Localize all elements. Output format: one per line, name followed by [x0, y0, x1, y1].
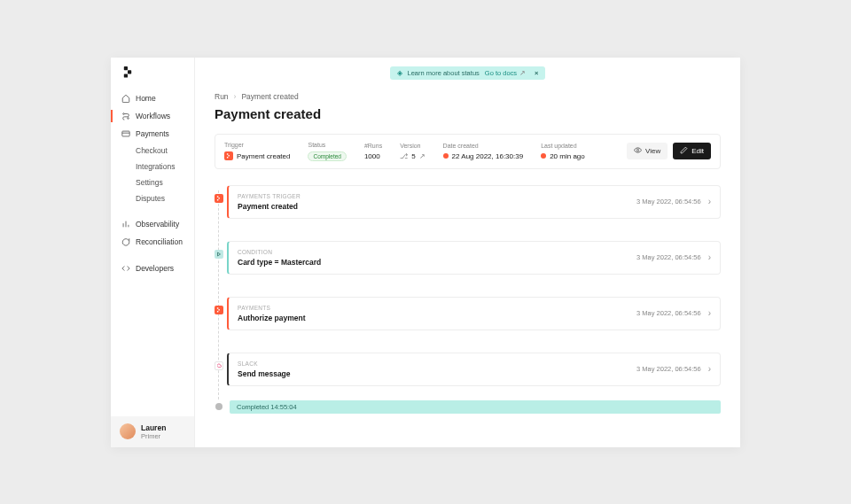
svg-rect-0 [124, 66, 128, 70]
sidebar-item-label: Payments [136, 129, 169, 138]
completed-bar: Completed 14:55:04 [215, 400, 721, 414]
sidebar-item-developers[interactable]: Developers [111, 260, 194, 277]
dot-icon [541, 153, 546, 159]
external-link-icon[interactable]: ↗ [419, 152, 426, 160]
dot-icon [443, 153, 449, 159]
status-badge: Completed [308, 151, 346, 161]
eye-icon [634, 146, 642, 156]
branch-icon: ⎇ [400, 152, 408, 160]
meta-runs: #Runs 1000 [364, 143, 382, 160]
svg-point-9 [636, 149, 638, 151]
sidebar-item-home[interactable]: Home [111, 89, 194, 107]
close-icon[interactable]: × [535, 69, 538, 77]
trigger-icon [224, 151, 233, 160]
reconciliation-icon [121, 237, 130, 246]
sidebar-item-observability[interactable]: Observability [111, 215, 194, 233]
user-card[interactable]: Lauren Primer [111, 416, 194, 447]
timeline-step: PAYMENTS Authorize payment 3 May 2022, 0… [227, 297, 721, 330]
meta-status: Status Completed [308, 142, 346, 161]
svg-rect-10 [217, 196, 219, 198]
avatar [120, 423, 136, 439]
step-card[interactable]: SLACK Send message 3 May 2022, 06:54:56 … [227, 353, 721, 386]
sidebar-item-workflows[interactable]: Workflows [111, 107, 194, 125]
external-link-icon: ↗ [519, 69, 526, 77]
timeline-step: PAYMENTS TRIGGER Payment created 3 May 2… [227, 185, 721, 219]
timeline-step: SLACK Send message 3 May 2022, 06:54:56 … [227, 353, 721, 386]
meta-trigger: Trigger Payment created [224, 142, 290, 160]
observability-icon [121, 220, 130, 229]
meta-last-updated: Last updated 20 min ago [541, 143, 585, 160]
user-org: Primer [141, 432, 166, 440]
edit-icon [680, 146, 688, 156]
view-button[interactable]: View [627, 143, 668, 159]
svg-rect-15 [217, 310, 219, 312]
sidebar-sub-settings[interactable]: Settings [111, 174, 194, 190]
timeline-step: CONDITION Card type = Mastercard 3 May 2… [227, 241, 721, 275]
chevron-right-icon: › [708, 197, 711, 206]
svg-rect-13 [217, 307, 219, 309]
step-card[interactable]: PAYMENTS TRIGGER Payment created 3 May 2… [227, 185, 721, 219]
svg-point-3 [123, 112, 125, 114]
page-title: Payment created [215, 106, 721, 121]
svg-rect-8 [227, 157, 229, 159]
svg-rect-11 [218, 198, 220, 199]
sidebar: Home Workflows Payments Checkout Integra… [111, 58, 195, 447]
user-name: Lauren [141, 423, 166, 432]
svg-rect-14 [218, 309, 220, 311]
sidebar-item-label: Home [136, 94, 156, 103]
timeline: PAYMENTS TRIGGER Payment created 3 May 2… [215, 185, 721, 414]
nav: Home Workflows Payments Checkout Integra… [111, 89, 194, 416]
step-card[interactable]: CONDITION Card type = Mastercard 3 May 2… [227, 241, 721, 275]
completed-dot-icon [215, 403, 223, 410]
step-node-icon [215, 250, 223, 259]
completed-label: Completed 14:55:04 [230, 400, 721, 414]
step-node-icon [215, 361, 223, 370]
app-window: Home Workflows Payments Checkout Integra… [111, 58, 740, 447]
step-node-icon [215, 306, 223, 314]
svg-rect-1 [128, 70, 131, 74]
breadcrumb-root[interactable]: Run [215, 92, 229, 101]
workflows-icon [121, 112, 130, 120]
chevron-right-icon: › [708, 364, 711, 374]
svg-rect-5 [122, 131, 129, 136]
logo-icon [121, 66, 134, 79]
developers-icon [121, 264, 130, 273]
sidebar-item-label: Workflows [136, 112, 170, 120]
chevron-right-icon: › [708, 252, 711, 262]
step-node-icon [215, 194, 223, 203]
banner-link[interactable]: Go to docs ↗ [485, 69, 526, 77]
sidebar-sub-integrations[interactable]: Integrations [111, 159, 194, 174]
sidebar-item-label: Developers [136, 264, 174, 273]
svg-rect-6 [227, 153, 229, 155]
chevron-right-icon: › [708, 308, 711, 318]
svg-rect-7 [228, 155, 230, 157]
sidebar-item-payments[interactable]: Payments [111, 125, 194, 143]
svg-rect-12 [217, 198, 219, 200]
main-content: ◈ Learn more about status Go to docs ↗ ×… [195, 58, 740, 447]
breadcrumb-current: Payment created [241, 92, 298, 101]
home-icon [121, 94, 130, 103]
sidebar-item-label: Observability [136, 220, 179, 229]
sidebar-sub-checkout[interactable]: Checkout [111, 143, 194, 159]
payments-icon [121, 129, 130, 138]
step-card[interactable]: PAYMENTS Authorize payment 3 May 2022, 0… [227, 297, 721, 330]
svg-rect-2 [124, 74, 128, 77]
sidebar-item-reconciliation[interactable]: Reconciliation [111, 233, 194, 251]
meta-date-created: Date created 22 Aug 2022, 16:30:39 [443, 143, 524, 160]
sidebar-item-label: Reconciliation [136, 237, 183, 246]
meta-version: Version ⎇ 5 ↗ [400, 143, 425, 160]
edit-button[interactable]: Edit [673, 143, 711, 159]
info-icon: ◈ [397, 69, 402, 77]
meta-card: Trigger Payment created Status Completed… [215, 134, 721, 169]
breadcrumb: Run › Payment created [215, 92, 721, 101]
chevron-right-icon: › [234, 92, 237, 101]
sidebar-sub-disputes[interactable]: Disputes [111, 190, 194, 206]
svg-point-4 [128, 117, 129, 119]
logo [111, 66, 194, 89]
banner-text: Learn more about status [408, 69, 480, 77]
info-banner: ◈ Learn more about status Go to docs ↗ × [390, 66, 546, 80]
